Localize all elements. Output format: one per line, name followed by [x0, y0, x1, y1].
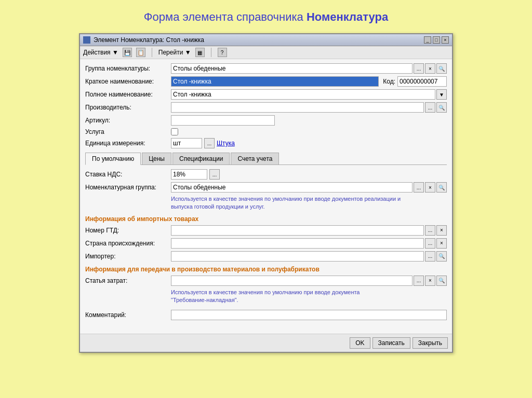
- comment-label: Комментарий:: [85, 311, 171, 319]
- nom-group-label: Номенклатурная группа:: [85, 184, 171, 191]
- gtd-input[interactable]: [171, 225, 424, 236]
- maximize-button[interactable]: □: [433, 36, 440, 44]
- country-dots-button[interactable]: ...: [425, 238, 435, 249]
- title-bar-left: Элемент Номенклатура: Стол -книжка: [83, 36, 204, 44]
- service-label: Услуга: [85, 128, 171, 135]
- window-title: Элемент Номенклатура: Стол -книжка: [94, 36, 204, 44]
- nom-group-row: Номенклатурная группа: ... × 🔍: [85, 182, 447, 193]
- tab-default[interactable]: По умолчанию: [85, 153, 141, 165]
- group-clear-button[interactable]: ×: [425, 63, 435, 74]
- nom-group-search-button[interactable]: 🔍: [436, 182, 447, 193]
- importer-search-button[interactable]: 🔍: [436, 251, 447, 262]
- page-title-normal: Форма элемента справочника: [144, 10, 307, 23]
- menu-separator2: [211, 48, 211, 57]
- short-name-label: Краткое наименование:: [85, 78, 171, 85]
- title-bar: Элемент Номенклатура: Стол -книжка _ □ ×: [80, 34, 452, 46]
- service-row: Услуга: [85, 128, 447, 135]
- full-name-group: ▼: [171, 89, 447, 100]
- unit-input-group: ... Штука: [171, 138, 447, 148]
- copy-icon[interactable]: 📋: [136, 48, 145, 57]
- short-name-input[interactable]: [171, 76, 379, 87]
- article-input[interactable]: [171, 115, 275, 126]
- cost-label: Статья затрат:: [85, 277, 171, 284]
- country-input-group: ... ×: [171, 238, 447, 249]
- importer-input-group: ... 🔍: [171, 251, 447, 262]
- producer-row: Производитель: ... 🔍: [85, 102, 447, 113]
- unit-name-link[interactable]: Штука: [217, 140, 235, 147]
- cost-search-button[interactable]: 🔍: [436, 276, 447, 286]
- menu-separator: [152, 48, 152, 57]
- short-name-row: Краткое наименование: Код:: [85, 76, 447, 87]
- cost-row: Статья затрат: ... × 🔍: [85, 276, 447, 286]
- ok-button[interactable]: OK: [350, 337, 370, 349]
- gtd-clear-button[interactable]: ×: [436, 225, 447, 236]
- tab-specs[interactable]: Спецификации: [172, 153, 230, 164]
- full-name-input[interactable]: [171, 89, 435, 100]
- cost-info: Используется в качестве значения по умол…: [171, 289, 447, 305]
- comment-row: Комментарий:: [85, 310, 447, 320]
- window-icon: [83, 36, 90, 44]
- full-name-label: Полное наименование:: [85, 91, 171, 98]
- group-dots-button[interactable]: ...: [414, 63, 424, 74]
- gtd-label: Номер ГТД:: [85, 227, 171, 234]
- window-controls: _ □ ×: [424, 36, 449, 44]
- tab-accounts[interactable]: Счета учета: [231, 153, 279, 164]
- service-checkbox[interactable]: [171, 128, 178, 135]
- comment-input[interactable]: [171, 310, 447, 320]
- producer-dots-button[interactable]: ...: [425, 102, 435, 113]
- menu-bar: Действия ▼ 💾 📋 Перейти ▼ ▦ ?: [80, 46, 452, 59]
- group-label: Группа номенклатуры:: [85, 65, 171, 72]
- producer-label: Производитель:: [85, 104, 171, 111]
- tabs-container: По умолчанию Цены Спецификации Счета уче…: [85, 153, 447, 327]
- import-section-title: Информация об импортных товарах: [85, 215, 447, 223]
- producer-search-button[interactable]: 🔍: [436, 102, 447, 113]
- tab-default-content: Ставка НДС: ... Номенклатурная группа: .…: [85, 165, 447, 327]
- navigate-menu[interactable]: Перейти ▼: [158, 49, 191, 56]
- importer-dots-button[interactable]: ...: [425, 251, 435, 262]
- full-name-row: Полное наименование: ▼: [85, 89, 447, 100]
- main-window: Элемент Номенклатура: Стол -книжка _ □ ×…: [79, 33, 453, 353]
- importer-input[interactable]: [171, 251, 424, 262]
- grid-icon[interactable]: ▦: [195, 48, 205, 57]
- close-button-bottom[interactable]: Закрыть: [413, 337, 448, 349]
- importer-row: Импортер: ... 🔍: [85, 251, 447, 262]
- article-row: Артикул:: [85, 115, 447, 126]
- actions-menu[interactable]: Действия ▼: [83, 49, 118, 56]
- minimize-button[interactable]: _: [424, 36, 431, 44]
- producer-input-group: ... 🔍: [171, 102, 447, 113]
- country-row: Страна происхождения: ... ×: [85, 238, 447, 249]
- unit-input[interactable]: [171, 138, 202, 148]
- save-icon[interactable]: 💾: [123, 48, 132, 57]
- article-label: Артикул:: [85, 117, 171, 124]
- cost-input[interactable]: [171, 276, 413, 286]
- importer-label: Импортер:: [85, 253, 171, 260]
- unit-dots-button[interactable]: ...: [204, 138, 215, 148]
- cost-input-group: ... × 🔍: [171, 276, 447, 286]
- save-button[interactable]: Записать: [373, 337, 410, 349]
- nom-group-dots-button[interactable]: ...: [414, 182, 424, 193]
- group-search-button[interactable]: 🔍: [436, 63, 447, 74]
- close-button[interactable]: ×: [442, 36, 449, 44]
- prod-section-title: Информация для передачи в производство м…: [85, 266, 447, 273]
- country-input[interactable]: [171, 238, 424, 249]
- country-clear-button[interactable]: ×: [436, 238, 447, 249]
- bottom-buttons: OK Записать Закрыть: [80, 334, 452, 352]
- tabs-bar: По умолчанию Цены Спецификации Счета уче…: [85, 153, 447, 165]
- form-body: Группа номенклатуры: ... × 🔍 Краткое наи…: [80, 59, 452, 334]
- full-name-dropdown-button[interactable]: ▼: [436, 89, 447, 100]
- vat-input[interactable]: [171, 169, 207, 180]
- vat-dots-button[interactable]: ...: [209, 169, 220, 180]
- nom-group-clear-button[interactable]: ×: [425, 182, 435, 193]
- vat-label: Ставка НДС:: [85, 171, 171, 178]
- gtd-dots-button[interactable]: ...: [425, 225, 435, 236]
- kod-input[interactable]: [397, 76, 447, 87]
- cost-dots-button[interactable]: ...: [414, 276, 424, 286]
- group-input[interactable]: [171, 63, 413, 74]
- country-label: Страна происхождения:: [85, 240, 171, 247]
- tab-prices[interactable]: Цены: [142, 153, 171, 164]
- producer-input[interactable]: [171, 102, 424, 113]
- unit-row: Единица измерения: ... Штука: [85, 138, 447, 148]
- nom-group-input[interactable]: [171, 182, 413, 193]
- cost-clear-button[interactable]: ×: [425, 276, 435, 286]
- help-icon[interactable]: ?: [218, 48, 227, 57]
